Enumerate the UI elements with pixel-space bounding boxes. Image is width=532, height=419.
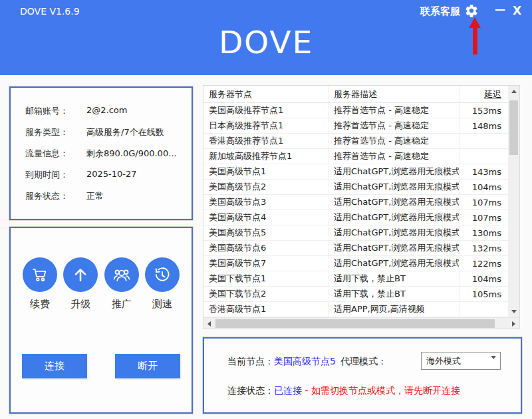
server-row[interactable]: 美国高级推荐节点1推荐首选节点 - 高速稳定153ms xyxy=(203,103,508,118)
action-cart[interactable]: 续费 xyxy=(21,257,59,311)
connection-status-panel: 当前节点：美国高级节点5 代理模式： 海外模式 连接状态：已连接 - 如需切换节… xyxy=(203,337,522,414)
server-node-cell: 美国高级节点7 xyxy=(203,256,329,271)
close-button[interactable]: X xyxy=(513,4,521,17)
info-value: 剩余890.0G/900.00... xyxy=(86,148,177,160)
server-node-cell: 香港高级推荐节点1 xyxy=(203,134,329,148)
account-info-row: 服务类型：高级服务/7个在线数 xyxy=(25,126,192,138)
server-latency-cell: 153ms xyxy=(460,106,508,116)
server-desc-cell: 推荐首选节点 - 高速稳定 xyxy=(329,118,460,133)
info-value: 2025-10-27 xyxy=(86,169,137,181)
arrow-up-icon xyxy=(63,257,98,292)
server-row[interactable]: 美国下载节点1适用下载，禁止BT104ms xyxy=(203,271,508,287)
account-info-row: 流量信息：剩余890.0G/900.00... xyxy=(25,148,192,160)
server-latency-cell: 107ms xyxy=(460,213,508,223)
current-node-row: 当前节点：美国高级节点5 xyxy=(227,356,336,368)
server-latency-cell: 107ms xyxy=(460,198,508,208)
server-latency-cell: 104ms xyxy=(460,274,508,284)
connection-status-label: 连接状态： xyxy=(227,385,274,396)
scroll-left-icon[interactable] xyxy=(203,318,215,329)
account-info-panel: 邮箱账号：2@2.com服务类型：高级服务/7个在线数流量信息：剩余890.0G… xyxy=(9,86,193,220)
server-row[interactable]: 美国高级节点3适用ChatGPT,浏览器用无痕模式107ms xyxy=(203,195,508,210)
connection-warning: - 如需切换节点或模式，请先断开连接 xyxy=(305,385,460,396)
action-arrow-up[interactable]: 升级 xyxy=(62,257,99,311)
app-version: DOVE V1.6.9 xyxy=(20,6,80,17)
info-value: 高级服务/7个在线数 xyxy=(86,126,164,138)
server-row[interactable]: 美国高级节点7适用ChatGPT,浏览器用无痕模式122ms xyxy=(203,256,508,271)
info-label: 流量信息： xyxy=(25,148,86,160)
server-desc-cell: 推荐首选节点 - 高速稳定 xyxy=(329,103,460,118)
server-row[interactable]: 美国下载节点2适用下载，禁止BT105ms xyxy=(203,287,508,302)
server-node-cell: 美国高级节点2 xyxy=(203,180,329,194)
server-row[interactable]: 香港高级节点1适用APP,网页,高清视频 xyxy=(203,302,508,317)
speed-icon xyxy=(145,257,180,292)
column-header-latency[interactable]: 延迟 xyxy=(460,88,508,100)
account-info-row: 服务状态：正常 xyxy=(25,190,192,202)
app-window: DOVE V1.6.9 DOVE 联系客服 — X 邮箱账号：2@2.com服务… xyxy=(0,0,532,419)
cart-icon xyxy=(23,257,57,292)
server-latency-cell: 122ms xyxy=(460,259,508,269)
horizontal-scrollbar[interactable] xyxy=(203,317,519,329)
actions-panel: 续费升级推广测速 连接 断开 xyxy=(9,227,193,414)
server-row[interactable]: 美国高级节点1适用ChatGPT,浏览器用无痕模式143ms xyxy=(203,164,508,180)
server-row[interactable]: 美国高级节点4适用ChatGPT,浏览器用无痕模式107ms xyxy=(203,210,508,225)
column-header-desc[interactable]: 服务器描述 xyxy=(329,86,460,102)
server-node-cell: 美国高级节点3 xyxy=(203,195,329,210)
disconnect-button[interactable]: 断开 xyxy=(115,354,180,378)
server-desc-cell: 适用ChatGPT,浏览器用无痕模式 xyxy=(329,195,460,210)
settings-gear-icon[interactable] xyxy=(464,3,479,18)
server-node-cell: 美国高级节点5 xyxy=(203,225,329,240)
scroll-up-icon[interactable] xyxy=(508,86,519,97)
title-bar: DOVE V1.6.9 DOVE 联系客服 — X xyxy=(0,0,532,75)
server-row[interactable]: 美国高级节点5适用ChatGPT,浏览器用无痕模式130ms xyxy=(203,225,508,241)
server-desc-cell: 推荐首选节点 - 高速稳定 xyxy=(329,134,460,148)
vertical-scrollbar[interactable] xyxy=(508,86,519,317)
table-header-row: 服务器节点 服务器描述 延迟 xyxy=(203,86,508,103)
column-header-node[interactable]: 服务器节点 xyxy=(203,86,329,102)
server-row[interactable]: 香港高级推荐节点1推荐首选节点 - 高速稳定 xyxy=(203,134,508,149)
server-desc-cell: 适用ChatGPT,浏览器用无痕模式 xyxy=(329,256,460,271)
server-node-cell: 美国下载节点1 xyxy=(203,271,329,286)
people-icon xyxy=(104,257,139,292)
contact-support-button[interactable]: 联系客服 xyxy=(420,5,460,18)
action-people[interactable]: 推广 xyxy=(103,257,140,311)
server-node-cell: 美国下载节点2 xyxy=(203,287,329,301)
proxy-mode-select[interactable]: 海外模式 xyxy=(421,352,501,370)
scroll-down-icon[interactable] xyxy=(508,306,519,317)
server-desc-cell: 适用APP,网页,高清视频 xyxy=(329,302,460,317)
server-node-cell: 美国高级节点6 xyxy=(203,241,329,255)
server-latency-cell: 143ms xyxy=(460,167,508,177)
scroll-right-icon[interactable] xyxy=(508,318,519,329)
info-value: 正常 xyxy=(86,190,104,202)
current-node-label: 当前节点： xyxy=(227,356,274,366)
proxy-mode-value: 海外模式 xyxy=(426,355,461,367)
server-latency-cell: 105ms xyxy=(460,289,508,299)
server-node-cell: 美国高级推荐节点1 xyxy=(203,103,329,118)
vertical-scrollbar-thumb[interactable] xyxy=(509,100,518,155)
brand-logo: DOVE xyxy=(0,24,532,61)
info-label: 到期时间： xyxy=(25,169,86,181)
server-row[interactable]: 美国高级节点6适用ChatGPT,浏览器用无痕模式132ms xyxy=(203,241,508,256)
server-desc-cell: 适用下载，禁止BT xyxy=(329,287,460,301)
connection-status-row: 连接状态：已连接 - 如需切换节点或模式，请先断开连接 xyxy=(227,385,460,397)
info-value: 2@2.com xyxy=(86,105,127,117)
account-info-row: 邮箱账号：2@2.com xyxy=(25,105,192,117)
connect-button[interactable]: 连接 xyxy=(22,354,87,378)
server-row[interactable]: 日本高级推荐节点1推荐首选节点 - 高速稳定148ms xyxy=(203,118,508,134)
minimize-button[interactable]: — xyxy=(495,3,505,15)
annotation-arrow-up xyxy=(467,17,482,55)
server-row[interactable]: 新加坡高级推荐节点1推荐首选节点 - 高速稳定 xyxy=(203,149,508,164)
info-label: 邮箱账号： xyxy=(25,105,86,117)
server-node-cell: 美国高级节点1 xyxy=(203,164,329,179)
info-label: 服务状态： xyxy=(25,190,86,202)
action-label: 推广 xyxy=(103,298,140,311)
horizontal-scrollbar-thumb[interactable] xyxy=(215,319,495,328)
server-desc-cell: 适用ChatGPT,浏览器用无痕模式 xyxy=(329,241,460,255)
server-latency-cell: 104ms xyxy=(460,182,508,192)
server-desc-cell: 推荐首选节点 - 高速稳定 xyxy=(329,149,460,164)
server-row[interactable]: 美国高级节点2适用ChatGPT,浏览器用无痕模式104ms xyxy=(203,180,508,195)
server-node-cell: 日本高级推荐节点1 xyxy=(203,118,329,133)
action-speed[interactable]: 测速 xyxy=(144,257,181,311)
server-desc-cell: 适用ChatGPT,浏览器用无痕模式 xyxy=(329,164,460,179)
server-node-cell: 香港高级节点1 xyxy=(203,302,329,317)
server-desc-cell: 适用ChatGPT,浏览器用无痕模式 xyxy=(329,180,460,194)
